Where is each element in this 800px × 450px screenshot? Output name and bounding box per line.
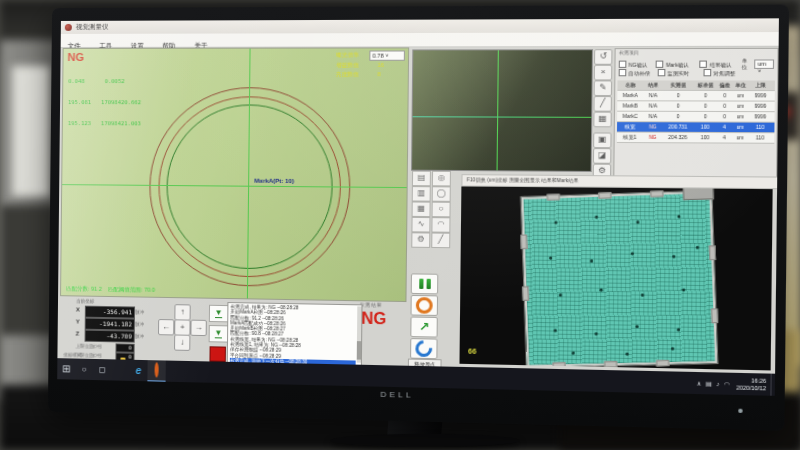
refresh-button[interactable] [410,338,438,359]
grid-tool-button[interactable]: ▤ [412,171,431,187]
board-tab [520,234,527,249]
taskbar-clock[interactable]: 16:26 2020/10/12 [736,377,766,391]
overview-camera[interactable] [411,49,593,172]
map-count-label: 66 [468,347,476,354]
taskview-icon: ◻ [99,365,106,374]
arc-tool-button[interactable]: ◠ [431,217,450,233]
close-button[interactable]: × [594,65,613,81]
axis-y-display: -1941.182 [85,318,135,331]
snapshot-button[interactable]: ◪ [593,148,612,164]
edge-button[interactable]: e [129,360,147,382]
axis-z-unit: 脉冲 [135,334,144,339]
line-tool-button[interactable]: ╱ [431,233,450,249]
board-defect-dots [523,199,526,202]
record-button[interactable] [411,295,439,316]
axis-z-display: -43.709 [85,330,135,343]
checkbox-icon [658,69,666,76]
show-desktop-button[interactable] [770,374,775,396]
camera-view[interactable]: MarkA(Pt: 10) NG 0.048 0.0052 195.081 17… [60,47,409,302]
inspection-panel: 检测项目 NG确认 Mark确认 结果确认 单位 um ˅ 自动补偿 监测实时 … [613,48,778,181]
circle-tool-button[interactable]: ◯ [432,186,451,202]
polyline-tool-button[interactable]: ∿ [411,217,430,233]
ng-confirm-checkbox[interactable]: NG确认 [619,60,654,67]
erase-icon: ▦ [598,114,606,123]
table-row[interactable]: MarkAN/A000um9999 [617,91,775,102]
overview-crosshair-horizontal [413,116,592,118]
menubar: 文件 工具 设置 帮助 关于 [61,32,779,48]
tool-settings-button[interactable]: ⚙ [411,232,430,248]
table-row[interactable]: 线宽1NG204.3261004um110 [617,133,775,144]
start-button[interactable]: ⊞ [57,358,75,379]
power-led [738,409,742,413]
table-row[interactable]: MarkCN/A000um9999 [617,112,775,123]
jog-down-button[interactable]: ↓ [174,334,190,350]
monitor-stand-base [330,434,520,447]
pause-icon [419,279,423,289]
line-button[interactable]: ╱ [593,96,612,112]
search-circle-icon: ○ [82,365,87,374]
tray-volume-icon[interactable]: ♪ [716,380,719,386]
app-icon [65,24,72,31]
grid-tool-button[interactable]: ▦ [412,201,431,217]
measure-app-taskbar-button[interactable] [147,359,165,383]
window-title: 视觉测量仪 [76,23,109,32]
log-scrollbar[interactable] [357,306,362,362]
log-scrollbar-thumb[interactable] [357,341,361,360]
circle-icon: ◯ [436,188,446,197]
jog-up-button[interactable]: ↑ [174,304,190,320]
crosshair-horizontal [62,184,406,188]
jog-left-button[interactable]: ← [158,319,174,335]
checkbox-icon [656,60,664,67]
tray-defender-icon[interactable]: ▤ [706,380,712,387]
unit-dropdown[interactable]: um ˅ [754,59,774,68]
rotate-button[interactable]: ↺ [594,49,613,65]
axis-y-unit: 脉冲 [135,322,144,327]
erase-button[interactable]: ▦ [593,112,612,128]
bright-value: 8 [377,71,380,77]
draw-button[interactable]: ✎ [594,80,613,96]
panel-map-view[interactable]: 66 [459,186,772,370]
exposure-dropdown[interactable]: 0.78 ˅ [369,50,405,60]
jog-center-button[interactable]: + [174,319,190,335]
board-tab [604,361,617,368]
pause-icon [426,279,430,289]
grid-tool-button[interactable]: ▥ [412,186,431,202]
taskview-button[interactable]: ◻ [93,359,111,380]
upper-limit-label: 上限位(脉冲) [75,344,101,350]
ng-flag: NG [67,51,84,63]
system-tray: ∧ ▤ ♪ ◠ [696,379,729,387]
crosshair-vertical [247,49,251,299]
gain-value: 16 [378,62,384,68]
mark-confirm-checkbox[interactable]: Mark确认 [656,60,698,67]
image-button[interactable]: ▣ [593,132,612,148]
result-confirm-checkbox[interactable]: 结果确认 [700,60,740,67]
tray-network-icon[interactable]: ◠ [724,380,730,387]
tray-chevron-icon[interactable]: ∧ [696,379,701,386]
side-toolbar: ↺ × ✎ ╱ ▦ ▣ ◪ ⚙ [593,49,613,174]
down-arrow-tray-icon: ▼ [214,328,222,338]
unload-button[interactable]: ▼ [209,325,229,343]
table-row[interactable]: MarkBN/A000um9999 [617,101,775,112]
ellipse-tool-button[interactable]: ◎ [432,171,451,187]
upper-limit-display: 0 [115,343,134,352]
grid-icon: ▥ [417,188,425,197]
screen: 视觉测量仪 文件 工具 设置 帮助 关于 MarkA(Pt: 10) NG 0.… [57,18,779,396]
jog-right-button[interactable]: → [190,320,206,336]
monitor-realtime-checkbox[interactable]: 监测实时 [658,69,702,76]
table-row-selected[interactable]: 线宽NG200.7311004um110 [617,122,775,133]
load-button[interactable]: ▼ [209,305,229,323]
refresh-icon [412,337,436,360]
axis-y-label: Y [76,318,80,324]
pause-button[interactable] [411,273,439,294]
stop-button[interactable] [209,346,225,362]
results-table: 名称结果实测值标准值偏差单位上限 MarkAN/A000um9999 MarkB… [617,80,775,143]
log-list[interactable]: 检测完成, 结果为: NG --08:28:28 开始MarkA检测 --08:… [227,302,363,367]
search-button[interactable]: ○ [75,359,93,380]
focus-adjust-checkbox[interactable]: 对焦调整 [703,69,745,76]
export-button[interactable]: ↗ [410,317,438,338]
record-icon [416,297,433,314]
draw-icon: ✎ [599,82,606,91]
auto-compensate-checkbox[interactable]: 自动补偿 [619,69,656,76]
explorer-button[interactable] [111,359,129,381]
small-circle-tool-button[interactable]: ○ [432,202,451,218]
